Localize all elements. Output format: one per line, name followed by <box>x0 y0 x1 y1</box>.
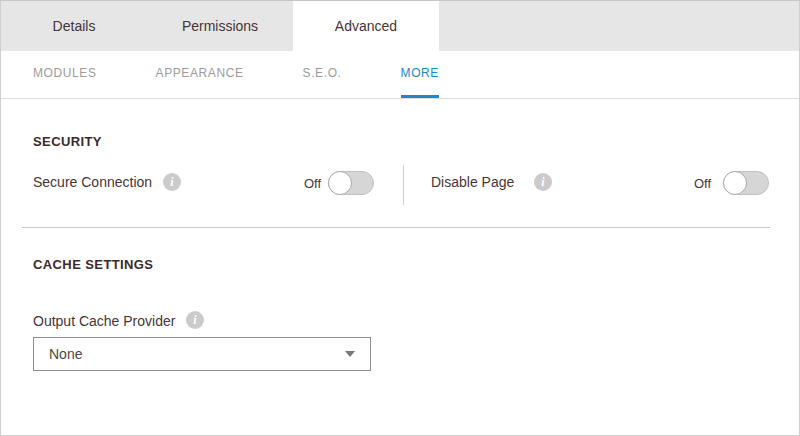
output-cache-provider-label: Output Cache Provider <box>33 313 175 329</box>
disable-page-label: Disable Page <box>431 174 514 190</box>
subnav-more-label: MORE <box>401 66 439 80</box>
vertical-divider <box>403 165 404 205</box>
tab-permissions-label: Permissions <box>182 18 258 34</box>
cache-settings-heading: CACHE SETTINGS <box>33 257 153 272</box>
disable-page-state: Off <box>694 176 711 191</box>
disable-page-toggle[interactable] <box>723 171 769 195</box>
security-toggles-row: Secure Connection i Off Disable Page i O… <box>1 164 799 206</box>
secure-connection-toggle[interactable] <box>328 171 374 195</box>
info-icon[interactable]: i <box>186 311 204 329</box>
subnav-item-appearance[interactable]: APPEARANCE <box>156 51 244 98</box>
output-cache-provider-dropdown[interactable]: None <box>33 337 371 371</box>
toggle-knob <box>328 171 352 195</box>
tab-advanced[interactable]: Advanced <box>293 1 439 51</box>
secure-connection-label: Secure Connection <box>33 174 152 190</box>
tab-permissions[interactable]: Permissions <box>147 1 293 51</box>
subnav-item-modules[interactable]: MODULES <box>33 51 97 98</box>
chevron-down-icon <box>345 351 355 357</box>
subnav: MODULES APPEARANCE S.E.O. MORE <box>1 51 799 99</box>
info-icon[interactable]: i <box>163 173 181 191</box>
tab-advanced-label: Advanced <box>335 18 397 34</box>
subnav-item-seo[interactable]: S.E.O. <box>303 51 342 98</box>
security-section-heading: SECURITY <box>33 134 102 149</box>
subnav-seo-label: S.E.O. <box>303 66 342 80</box>
subnav-appearance-label: APPEARANCE <box>156 66 244 80</box>
dropdown-selected-value: None <box>49 346 82 362</box>
section-divider <box>22 227 770 228</box>
subnav-item-more[interactable]: MORE <box>401 51 439 98</box>
toggle-knob <box>723 171 747 195</box>
subnav-modules-label: MODULES <box>33 66 97 80</box>
tab-details-label: Details <box>53 18 96 34</box>
info-icon[interactable]: i <box>534 173 552 191</box>
tab-details[interactable]: Details <box>1 1 147 51</box>
page-settings-panel: Details Permissions Advanced MODULES APP… <box>0 0 800 436</box>
secure-connection-state: Off <box>304 176 321 191</box>
tab-bar: Details Permissions Advanced <box>1 1 799 51</box>
